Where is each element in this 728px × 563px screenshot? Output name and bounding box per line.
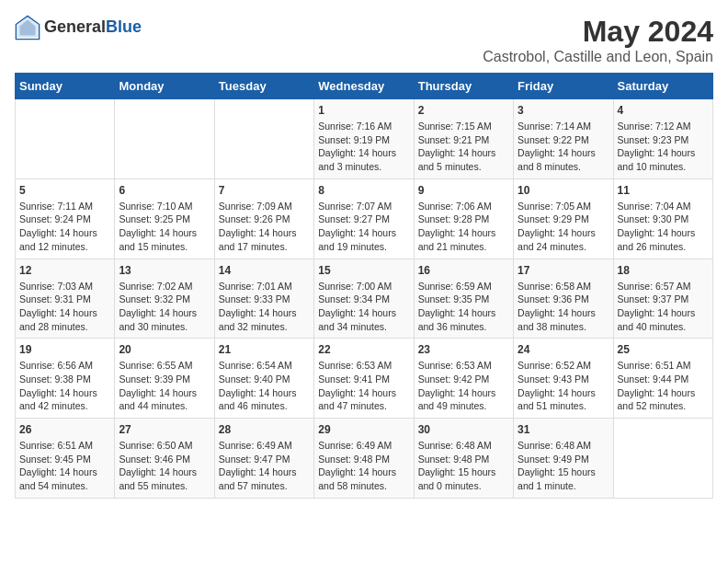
sunset-text: Sunset: 9:45 PM (19, 454, 91, 465)
day-number: 14 (219, 264, 310, 277)
sunrise-text: Sunrise: 6:50 AM (119, 440, 192, 451)
sunset-text: Sunset: 9:31 PM (19, 293, 91, 304)
cell-info: Sunrise: 6:55 AM Sunset: 9:39 PM Dayligh… (119, 359, 210, 413)
page-header: GeneralBlue May 2024 Castrobol, Castille… (15, 15, 713, 65)
cell-info: Sunrise: 6:52 AM Sunset: 9:43 PM Dayligh… (518, 359, 609, 413)
daylight-text: Daylight: 14 hours and 57 minutes. (219, 466, 297, 491)
calendar-cell: 30 Sunrise: 6:48 AM Sunset: 9:48 PM Dayl… (414, 419, 513, 499)
day-number: 1 (318, 104, 409, 117)
cell-info: Sunrise: 7:06 AM Sunset: 9:28 PM Dayligh… (418, 200, 509, 254)
calendar-cell: 14 Sunrise: 7:01 AM Sunset: 9:33 PM Dayl… (214, 259, 313, 339)
cell-info: Sunrise: 6:49 AM Sunset: 9:48 PM Dayligh… (318, 439, 409, 493)
daylight-text: Daylight: 14 hours and 24 minutes. (518, 227, 596, 252)
calendar-cell: 29 Sunrise: 6:49 AM Sunset: 9:48 PM Dayl… (314, 419, 414, 499)
daylight-text: Daylight: 14 hours and 19 minutes. (318, 227, 396, 252)
sunset-text: Sunset: 9:30 PM (618, 213, 689, 224)
calendar-cell: 9 Sunrise: 7:06 AM Sunset: 9:28 PM Dayli… (414, 178, 513, 259)
title-block: May 2024 Castrobol, Castille and Leon, S… (483, 15, 713, 65)
daylight-text: Daylight: 14 hours and 58 minutes. (318, 466, 396, 491)
sunset-text: Sunset: 9:39 PM (119, 373, 190, 385)
calendar-cell: 4 Sunrise: 7:12 AM Sunset: 9:23 PM Dayli… (613, 99, 712, 179)
daylight-text: Daylight: 14 hours and 51 minutes. (518, 387, 596, 412)
day-header-wednesday: Wednesday (314, 74, 414, 99)
calendar-cell: 24 Sunrise: 6:52 AM Sunset: 9:43 PM Dayl… (514, 339, 613, 419)
calendar-cell: 20 Sunrise: 6:55 AM Sunset: 9:39 PM Dayl… (115, 339, 214, 419)
daylight-text: Daylight: 14 hours and 10 minutes. (618, 147, 696, 172)
sunset-text: Sunset: 9:46 PM (119, 454, 190, 465)
daylight-text: Daylight: 14 hours and 49 minutes. (418, 387, 496, 412)
sunset-text: Sunset: 9:42 PM (418, 373, 490, 385)
day-header-friday: Friday (514, 74, 613, 99)
sunset-text: Sunset: 9:40 PM (219, 373, 290, 385)
daylight-text: Daylight: 14 hours and 30 minutes. (119, 307, 197, 332)
calendar-cell: 23 Sunrise: 6:53 AM Sunset: 9:42 PM Dayl… (414, 339, 513, 419)
calendar-cell: 8 Sunrise: 7:07 AM Sunset: 9:27 PM Dayli… (314, 178, 414, 259)
day-number: 24 (518, 343, 609, 356)
sunrise-text: Sunrise: 7:14 AM (518, 121, 591, 132)
daylight-text: Daylight: 14 hours and 52 minutes. (618, 387, 696, 412)
day-number: 23 (418, 343, 509, 356)
daylight-text: Daylight: 14 hours and 28 minutes. (19, 307, 97, 332)
calendar-week-5: 26 Sunrise: 6:51 AM Sunset: 9:45 PM Dayl… (16, 419, 713, 499)
daylight-text: Daylight: 14 hours and 55 minutes. (119, 466, 197, 491)
day-number: 15 (318, 264, 409, 277)
sunrise-text: Sunrise: 7:02 AM (119, 281, 192, 292)
page-title: May 2024 (483, 15, 713, 49)
cell-info: Sunrise: 6:58 AM Sunset: 9:36 PM Dayligh… (518, 280, 609, 334)
sunrise-text: Sunrise: 6:58 AM (518, 281, 591, 292)
day-number: 30 (418, 423, 509, 436)
day-number: 3 (518, 104, 609, 117)
daylight-text: Daylight: 15 hours and 1 minute. (518, 466, 596, 491)
cell-info: Sunrise: 7:02 AM Sunset: 9:32 PM Dayligh… (119, 280, 210, 334)
sunset-text: Sunset: 9:22 PM (518, 134, 589, 145)
calendar-cell: 26 Sunrise: 6:51 AM Sunset: 9:45 PM Dayl… (16, 419, 115, 499)
sunrise-text: Sunrise: 6:48 AM (518, 440, 591, 451)
cell-info: Sunrise: 7:15 AM Sunset: 9:21 PM Dayligh… (418, 120, 509, 174)
daylight-text: Daylight: 14 hours and 44 minutes. (119, 387, 197, 412)
calendar-cell: 31 Sunrise: 6:48 AM Sunset: 9:49 PM Dayl… (514, 419, 613, 499)
calendar-cell: 1 Sunrise: 7:16 AM Sunset: 9:19 PM Dayli… (314, 99, 414, 179)
day-number: 22 (318, 343, 409, 356)
calendar-cell: 6 Sunrise: 7:10 AM Sunset: 9:25 PM Dayli… (115, 178, 214, 259)
calendar-header-row: SundayMondayTuesdayWednesdayThursdayFrid… (16, 74, 713, 99)
sunrise-text: Sunrise: 7:05 AM (518, 201, 591, 212)
sunrise-text: Sunrise: 6:54 AM (219, 360, 292, 371)
day-number: 28 (219, 423, 310, 436)
daylight-text: Daylight: 14 hours and 26 minutes. (618, 227, 696, 252)
calendar-cell: 2 Sunrise: 7:15 AM Sunset: 9:21 PM Dayli… (414, 99, 513, 179)
day-number: 18 (618, 264, 709, 277)
calendar-cell: 11 Sunrise: 7:04 AM Sunset: 9:30 PM Dayl… (613, 178, 712, 259)
day-number: 9 (418, 184, 509, 197)
logo-blue: Blue (106, 17, 142, 36)
calendar-cell: 22 Sunrise: 6:53 AM Sunset: 9:41 PM Dayl… (314, 339, 414, 419)
sunset-text: Sunset: 9:35 PM (418, 293, 490, 304)
calendar-cell (214, 99, 313, 179)
cell-info: Sunrise: 7:14 AM Sunset: 9:22 PM Dayligh… (518, 120, 609, 174)
daylight-text: Daylight: 14 hours and 54 minutes. (19, 466, 97, 491)
cell-info: Sunrise: 6:53 AM Sunset: 9:41 PM Dayligh… (318, 359, 409, 413)
sunset-text: Sunset: 9:37 PM (618, 293, 689, 304)
sunset-text: Sunset: 9:28 PM (418, 213, 490, 224)
page-subtitle: Castrobol, Castille and Leon, Spain (483, 49, 713, 65)
sunset-text: Sunset: 9:25 PM (119, 213, 190, 224)
sunset-text: Sunset: 9:26 PM (219, 213, 290, 224)
cell-info: Sunrise: 7:00 AM Sunset: 9:34 PM Dayligh… (318, 280, 409, 334)
cell-info: Sunrise: 7:03 AM Sunset: 9:31 PM Dayligh… (19, 280, 110, 334)
calendar-cell: 5 Sunrise: 7:11 AM Sunset: 9:24 PM Dayli… (16, 178, 115, 259)
cell-info: Sunrise: 6:51 AM Sunset: 9:45 PM Dayligh… (19, 439, 110, 493)
cell-info: Sunrise: 7:12 AM Sunset: 9:23 PM Dayligh… (618, 120, 709, 174)
calendar-cell: 7 Sunrise: 7:09 AM Sunset: 9:26 PM Dayli… (214, 178, 313, 259)
sunrise-text: Sunrise: 6:53 AM (318, 360, 392, 371)
day-number: 6 (119, 184, 210, 197)
sunrise-text: Sunrise: 7:12 AM (618, 121, 691, 132)
cell-info: Sunrise: 6:49 AM Sunset: 9:47 PM Dayligh… (219, 439, 310, 493)
day-number: 2 (418, 104, 509, 117)
daylight-text: Daylight: 14 hours and 34 minutes. (318, 307, 396, 332)
day-number: 25 (618, 343, 709, 356)
day-number: 7 (219, 184, 310, 197)
daylight-text: Daylight: 14 hours and 3 minutes. (318, 147, 396, 172)
sunset-text: Sunset: 9:48 PM (418, 454, 490, 465)
calendar-week-4: 19 Sunrise: 6:56 AM Sunset: 9:38 PM Dayl… (16, 339, 713, 419)
calendar-week-3: 12 Sunrise: 7:03 AM Sunset: 9:31 PM Dayl… (16, 259, 713, 339)
calendar-cell: 19 Sunrise: 6:56 AM Sunset: 9:38 PM Dayl… (16, 339, 115, 419)
